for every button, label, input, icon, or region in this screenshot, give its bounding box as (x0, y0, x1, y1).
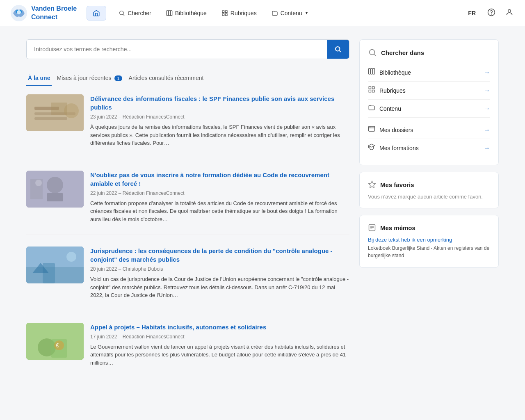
list-item: Jurisprudence : les conséquences de la p… (26, 247, 349, 311)
sidebar-link-mes-dossiers[interactable]: Mes dossiers → (368, 121, 490, 139)
favorites-empty-message: Vous n'avez marqué aucun article comme f… (368, 194, 490, 200)
mes-formations-label: Mes formations (379, 145, 479, 151)
svg-rect-42 (372, 90, 374, 92)
svg-rect-43 (369, 126, 375, 131)
sidebar-link-rubriques[interactable]: Rubriques → (368, 82, 490, 100)
svg-point-29 (66, 252, 76, 262)
dossiers-sidebar-icon (368, 125, 375, 132)
language-button[interactable]: FR (465, 8, 479, 18)
article-thumb-image: € (26, 323, 84, 360)
sidebar-search-card: Chercher dans Bibliothèque → (359, 39, 499, 165)
article-body: Appel à projets – Habitats inclusifs, au… (90, 323, 349, 367)
mes-dossiers-label: Mes dossiers (379, 127, 479, 133)
article-title[interactable]: Délivrance des informations fiscales : l… (90, 94, 349, 112)
mises-a-jour-badge: 1 (114, 75, 122, 81)
help-button[interactable] (486, 7, 497, 19)
search-submit-button[interactable] (327, 40, 349, 59)
article-thumbnail (26, 94, 84, 131)
contenu-dropdown-icon: ▾ (306, 11, 308, 15)
search-submit-icon (334, 46, 342, 53)
library-sidebar-icon (368, 68, 375, 75)
svg-rect-41 (369, 90, 371, 92)
article-meta: 20 juin 2022 – Christophe Dubois (90, 266, 349, 272)
list-item: € Appel à projets – Habitats inclusifs, … (26, 323, 349, 379)
logo-bottom-text: Connect (31, 13, 77, 22)
bibliotheque-link-label: Bibliothèque (379, 69, 479, 76)
svg-rect-39 (369, 87, 371, 89)
article-thumbnail (26, 247, 84, 283)
svg-point-13 (336, 47, 340, 51)
svg-rect-37 (371, 68, 373, 74)
logo-icon (10, 4, 28, 22)
user-button[interactable] (504, 7, 515, 19)
search-bar (26, 39, 349, 59)
article-thumb-image (26, 247, 84, 283)
article-body: Délivrance des informations fiscales : l… (90, 94, 349, 147)
folder-sidebar-icon (368, 104, 375, 111)
contenu-link-label: Contenu (379, 105, 479, 112)
grid-icon (221, 10, 228, 16)
article-meta: 17 juin 2022 – Rédaction FinancesConnect (90, 334, 349, 340)
article-excerpt: À quelques jours de la remise des inform… (90, 123, 349, 147)
tab-a-la-une[interactable]: À la une (26, 71, 52, 86)
formations-sidebar-icon (368, 143, 375, 151)
memo-sub-text: Loketboek Burgerlijke Stand - Akten en r… (368, 245, 489, 258)
tab-mises-a-jour[interactable]: Mises à jour récentes 1 (55, 71, 123, 86)
article-title[interactable]: Jurisprudence : les conséquences de la p… (90, 247, 349, 264)
nav-chercher-label: Chercher (128, 10, 151, 16)
article-title[interactable]: N'oubliez pas de vous inscrire à notre f… (90, 171, 349, 188)
rubriques-sidebar-icon (368, 86, 375, 95)
list-item: Délivrance des informations fiscales : l… (26, 94, 349, 159)
help-icon (487, 8, 495, 16)
article-thumb-image (26, 94, 84, 131)
search-nav-icon (119, 10, 125, 16)
home-icon (93, 9, 100, 17)
svg-point-11 (491, 14, 492, 14)
right-panel: Chercher dans Bibliothèque → (359, 39, 499, 268)
article-title[interactable]: Appel à projets – Habitats inclusifs, au… (90, 323, 349, 331)
article-body: Jurisprudence : les conséquences de la p… (90, 247, 349, 299)
search-input[interactable] (27, 40, 327, 58)
article-excerpt: Cette formation propose d'analyser la to… (90, 199, 349, 224)
svg-rect-8 (222, 14, 224, 16)
nav-contenu[interactable]: Contenu ▾ (266, 7, 313, 20)
sidebar-link-mes-formations[interactable]: Mes formations → (368, 139, 490, 157)
svg-rect-38 (373, 68, 375, 74)
rubriques-arrow-icon: → (484, 87, 490, 94)
nav-contenu-label: Contenu (281, 10, 302, 16)
tab-articles-consultes[interactable]: Articles consultés récemment (127, 71, 205, 86)
bibliotheque-sidebar-icon (368, 68, 375, 77)
svg-text:€: € (56, 342, 59, 349)
favorites-title: Mes favoris (368, 180, 490, 189)
home-button[interactable] (87, 6, 106, 21)
nav-rubriques-label: Rubriques (231, 10, 257, 16)
svg-rect-6 (222, 11, 224, 13)
article-thumbnail (26, 171, 84, 208)
nav-rubriques[interactable]: Rubriques (216, 7, 262, 20)
dossiers-icon (368, 125, 375, 135)
user-icon (505, 8, 514, 16)
svg-point-35 (370, 50, 375, 55)
sidebar-search-icon (368, 48, 377, 57)
folder-nav-icon (272, 10, 278, 16)
logo[interactable]: Vanden Broele Connect (10, 4, 77, 22)
svg-point-1 (17, 10, 21, 14)
memo-link[interactable]: Bij deze tekst heb ik een opmerking (368, 237, 490, 243)
articles-list: Délivrance des informations fiscales : l… (26, 94, 349, 378)
sidebar-link-bibliotheque[interactable]: Bibliothèque → (368, 64, 490, 82)
nav-bibliotheque-label: Bibliothèque (175, 10, 207, 16)
svg-rect-36 (369, 68, 371, 74)
svg-point-2 (120, 11, 123, 14)
main-header: Vanden Broele Connect Chercher Bibliothè… (0, 0, 525, 26)
memo-icon (368, 224, 376, 232)
article-thumb-image (26, 171, 84, 208)
sidebar-link-contenu[interactable]: Contenu → (368, 100, 490, 118)
nav-chercher[interactable]: Chercher (113, 7, 157, 20)
svg-point-24 (35, 180, 42, 186)
svg-rect-22 (47, 193, 63, 201)
grid-sidebar-icon (368, 86, 375, 93)
star-icon (368, 180, 376, 189)
sidebar-favorites-card: Mes favoris Vous n'avez marqué aucun art… (359, 172, 499, 208)
nav-bibliotheque[interactable]: Bibliothèque (160, 7, 212, 20)
main-container: À la une Mises à jour récentes 1 Article… (16, 39, 509, 390)
